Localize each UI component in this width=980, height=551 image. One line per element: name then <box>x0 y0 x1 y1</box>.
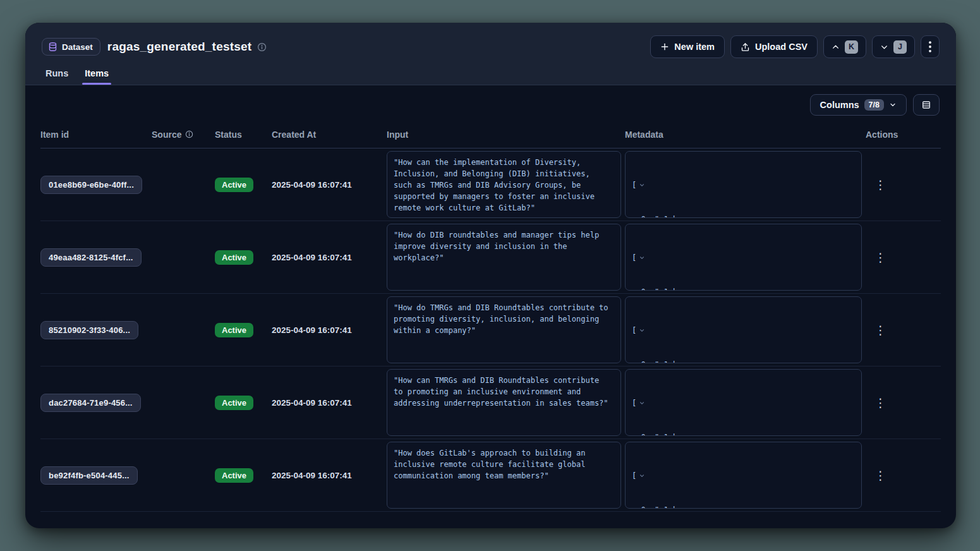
collapse-chevron-icon[interactable] <box>639 450 694 502</box>
status-badge: Active <box>215 396 253 410</box>
metadata-body: 0: "<1-hop> title: "Building an Inclusiv… <box>632 359 855 363</box>
columns-dropdown-button[interactable]: Columns 7/8 <box>810 94 907 116</box>
collapse-chevron-icon[interactable] <box>639 232 694 284</box>
upload-csv-label: Upload CSV <box>755 42 808 52</box>
item-id-badge[interactable]: 85210902-3f33-406... <box>40 321 138 339</box>
item-id-badge[interactable]: 01ee8b69-e6be-40ff... <box>40 176 142 194</box>
metadata-cell[interactable]: [ 0: "<1-hop> title: "Building an Inclus… <box>625 151 862 218</box>
metadata-cell[interactable]: [ 0: "<1-hop> title: "Roundtables" descr… <box>625 369 862 436</box>
previous-item-button[interactable]: K <box>823 35 866 58</box>
items-table: Item id Source Status Created At Input M… <box>25 121 956 512</box>
metadata-open-bracket: [ <box>632 252 636 263</box>
column-header-actions: Actions <box>866 130 941 140</box>
collapse-chevron-icon[interactable] <box>639 159 694 211</box>
tab-items[interactable]: Items <box>85 68 109 85</box>
tab-runs[interactable]: Runs <box>45 68 68 85</box>
chevron-down-icon <box>889 101 897 109</box>
row-actions-button[interactable]: ⋮ <box>868 320 893 340</box>
more-options-button[interactable] <box>921 35 940 58</box>
new-item-label: New item <box>674 42 715 52</box>
metadata-cell[interactable]: [ 0: "<1-hop> title: "Building an Inclus… <box>625 296 862 363</box>
column-header-metadata: Metadata <box>625 130 866 140</box>
created-at-value: 2025-04-09 16:07:41 <box>272 471 387 480</box>
metadata-body: 0: "<1-hop> title: "Building an Inclusiv… <box>632 214 855 218</box>
table-row: dac27684-71e9-456... Active 2025-04-09 1… <box>40 366 941 439</box>
metadata-open-bracket: [ <box>632 325 636 336</box>
dataset-window: Dataset ragas_generated_testset New item <box>25 23 956 528</box>
chevron-up-icon <box>832 43 840 51</box>
row-actions-button[interactable]: ⋮ <box>868 466 893 485</box>
column-header-created-at: Created At <box>272 130 387 140</box>
keyboard-shortcut-j: J <box>893 40 907 54</box>
metadata-body: 0: "<1-hop> title: "Building an Inclusiv… <box>632 504 855 509</box>
status-badge: Active <box>215 178 253 192</box>
metadata-cell[interactable]: [ 0: "<1-hop> title: "Building an Inclus… <box>625 442 862 509</box>
new-item-button[interactable]: New item <box>650 35 725 58</box>
table-rows-icon <box>921 100 931 110</box>
status-badge: Active <box>215 323 253 337</box>
tab-bar: Runs Items <box>42 68 940 85</box>
created-at-value: 2025-04-09 16:07:41 <box>272 325 387 335</box>
dataset-type-badge: Dataset <box>42 38 100 56</box>
title-info-icon[interactable] <box>257 42 267 52</box>
metadata-body: 0: "<1-hop> title: "Roundtables" descrip… <box>632 432 855 436</box>
page-header: Dataset ragas_generated_testset New item <box>25 23 956 85</box>
table-row: 85210902-3f33-406... Active 2025-04-09 1… <box>40 294 941 366</box>
table-body: 01ee8b69-e6be-40ff... Active 2025-04-09 … <box>40 148 941 512</box>
columns-count-badge: 7/8 <box>864 99 884 111</box>
upload-icon <box>741 42 750 52</box>
row-actions-button[interactable]: ⋮ <box>868 175 893 195</box>
created-at-value: 2025-04-09 16:07:41 <box>272 398 387 408</box>
table-row: be92f4fb-e504-445... Active 2025-04-09 1… <box>40 439 941 512</box>
dataset-badge-label: Dataset <box>62 42 93 52</box>
item-id-badge[interactable]: be92f4fb-e504-445... <box>40 466 138 485</box>
input-cell[interactable]: "How do TMRGs and DIB Roundtables contri… <box>387 296 621 363</box>
item-id-badge[interactable]: dac27684-71e9-456... <box>40 394 141 412</box>
column-header-input: Input <box>387 130 625 140</box>
row-actions-button[interactable]: ⋮ <box>868 393 893 413</box>
item-id-badge[interactable]: 49eaa482-8125-4fcf... <box>40 248 142 267</box>
column-header-source: Source <box>152 130 215 140</box>
row-height-button[interactable] <box>913 94 940 116</box>
metadata-open-bracket: [ <box>632 179 636 191</box>
source-info-icon[interactable] <box>185 130 193 138</box>
kebab-menu-icon <box>929 41 931 52</box>
table-row: 49eaa482-8125-4fcf... Active 2025-04-09 … <box>40 221 941 294</box>
metadata-body: 0: "<1-hop> title: "Roundtables" descrip… <box>632 286 855 291</box>
plus-icon <box>660 42 669 51</box>
next-item-button[interactable]: J <box>872 35 915 58</box>
collapse-chevron-icon[interactable] <box>639 305 694 356</box>
created-at-value: 2025-04-09 16:07:41 <box>272 253 387 262</box>
table-row: 01ee8b69-e6be-40ff... Active 2025-04-09 … <box>40 148 941 221</box>
metadata-cell[interactable]: [ 0: "<1-hop> title: "Roundtables" descr… <box>625 224 862 291</box>
input-cell[interactable]: "How does GitLab's approach to building … <box>387 442 621 509</box>
chevron-down-icon <box>880 43 888 51</box>
upload-csv-button[interactable]: Upload CSV <box>730 35 818 58</box>
row-actions-button[interactable]: ⋮ <box>868 248 893 267</box>
input-cell[interactable]: "How can the implementation of Diversity… <box>387 151 621 218</box>
page-title: ragas_generated_testset <box>107 40 252 54</box>
column-header-status: Status <box>215 130 272 140</box>
keyboard-shortcut-k: K <box>845 40 858 54</box>
columns-label: Columns <box>820 100 859 110</box>
table-header-row: Item id Source Status Created At Input M… <box>40 121 941 148</box>
database-icon <box>48 42 57 52</box>
input-cell[interactable]: "How can TMRGs and DIB Roundtables contr… <box>387 369 621 436</box>
input-cell[interactable]: "How do DIB roundtables and manager tips… <box>387 224 621 291</box>
table-toolbar: Columns 7/8 <box>25 85 956 116</box>
column-header-item-id: Item id <box>40 130 152 140</box>
collapse-chevron-icon[interactable] <box>639 377 694 429</box>
status-badge: Active <box>215 468 253 483</box>
metadata-open-bracket: [ <box>632 397 636 409</box>
created-at-value: 2025-04-09 16:07:41 <box>272 180 387 190</box>
metadata-open-bracket: [ <box>632 470 636 481</box>
status-badge: Active <box>215 250 253 265</box>
